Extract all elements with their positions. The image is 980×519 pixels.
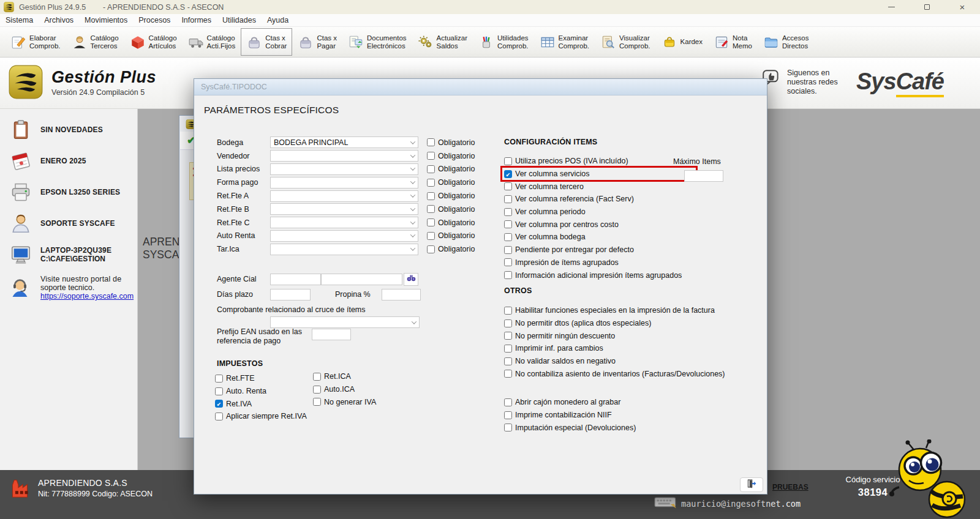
- menu-item[interactable]: Procesos: [133, 16, 176, 24]
- toolbar-button[interactable]: Ctas xCobrar: [241, 28, 292, 56]
- checkbox[interactable]: [504, 319, 512, 327]
- field-dropdown[interactable]: [270, 217, 418, 228]
- prefijo-ean-input[interactable]: [312, 329, 351, 340]
- close-button[interactable]: ×: [944, 0, 980, 14]
- obligatorio-checkbox[interactable]: [427, 165, 435, 173]
- exit-button[interactable]: [740, 477, 763, 492]
- field-dropdown[interactable]: [270, 150, 418, 162]
- obligatorio-checkbox[interactable]: [427, 245, 435, 253]
- support-email[interactable]: mauricio@ingesoftnet.com: [681, 499, 801, 509]
- restore-button[interactable]: [909, 0, 944, 14]
- search-button[interactable]: [404, 273, 418, 286]
- brand-logo-icon: [9, 65, 43, 99]
- toolbar-button[interactable]: DocumentosElectrónicos: [342, 28, 412, 56]
- chevron-down-icon[interactable]: [407, 217, 418, 228]
- checkbox[interactable]: [215, 375, 223, 383]
- checkbox[interactable]: [215, 400, 223, 408]
- field-dropdown[interactable]: [270, 203, 418, 215]
- maximo-items-input[interactable]: [684, 170, 723, 182]
- checkbox[interactable]: [313, 386, 321, 394]
- chevron-down-icon[interactable]: [409, 317, 419, 327]
- toolbar-button[interactable]: Ctas xPagar: [292, 28, 342, 56]
- checkbox[interactable]: [504, 220, 512, 228]
- menu-item[interactable]: Archivos: [39, 16, 79, 24]
- checkbox[interactable]: [504, 332, 512, 340]
- field-dropdown[interactable]: [270, 190, 418, 202]
- checkbox[interactable]: [504, 357, 512, 365]
- checkbox[interactable]: [504, 271, 512, 279]
- checkbox[interactable]: [215, 387, 223, 395]
- window-titlebar[interactable]: Gestión Plus 24.9.5 - APRENDIENDO S.A.S …: [0, 0, 980, 14]
- toolbar-button[interactable]: Kardex: [656, 28, 708, 56]
- toolbar-button[interactable]: CatálogoArtículos: [124, 28, 183, 56]
- support-link[interactable]: https://soporte.syscafe.com: [40, 292, 134, 301]
- checkbox[interactable]: [504, 307, 512, 315]
- chevron-down-icon[interactable]: [407, 191, 418, 201]
- toolbar-button[interactable]: CatálogoTerceros: [66, 28, 124, 56]
- checkbox[interactable]: [313, 373, 321, 381]
- toolbar-button[interactable]: NotaMemo: [708, 28, 758, 56]
- toolbar-button[interactable]: ElaborarComprob.: [5, 28, 66, 56]
- chevron-down-icon[interactable]: [407, 151, 418, 161]
- sidebar-item[interactable]: ENERO 2025: [10, 150, 137, 172]
- menu-item[interactable]: Utilidades: [217, 16, 262, 24]
- toolbar-button[interactable]: AccesosDirectos: [758, 28, 814, 56]
- obligatorio-checkbox[interactable]: [427, 192, 435, 200]
- field-dropdown[interactable]: [270, 244, 418, 255]
- checkbox[interactable]: [504, 182, 512, 190]
- toolbar-button[interactable]: ActualizarSaldos: [412, 28, 473, 56]
- menu-item[interactable]: Movimientos: [79, 16, 133, 24]
- sidebar-item[interactable]: LAPTOP-3P2QU39E C:\CAFE\GESTION: [10, 244, 137, 266]
- checkbox[interactable]: [504, 370, 512, 378]
- chevron-down-icon[interactable]: [407, 164, 418, 174]
- agente-code-input[interactable]: [270, 274, 321, 285]
- obligatorio-checkbox[interactable]: [427, 218, 435, 226]
- menu-item[interactable]: Informes: [176, 16, 217, 24]
- toolbar-button[interactable]: ExaminarComprob.: [534, 28, 595, 56]
- checkbox[interactable]: [504, 170, 512, 178]
- obligatorio-checkbox[interactable]: [427, 205, 435, 213]
- checkbox[interactable]: [504, 157, 512, 165]
- checkbox[interactable]: [504, 398, 512, 406]
- chevron-down-icon[interactable]: [407, 244, 418, 255]
- field-dropdown[interactable]: [270, 230, 418, 242]
- menu-item[interactable]: Sistema: [0, 16, 39, 24]
- obligatorio-checkbox[interactable]: [427, 232, 435, 240]
- sidebar-item[interactable]: Visite nuestro portal de soporte tecnico…: [10, 275, 137, 301]
- headset-icon: [10, 277, 32, 299]
- dialog-titlebar[interactable]: SysCafé.TIPODOC: [194, 79, 767, 95]
- field-dropdown[interactable]: [270, 177, 418, 189]
- checkbox[interactable]: [504, 246, 512, 254]
- field-dropdown[interactable]: BODEGA PRINCIPAL: [270, 136, 418, 148]
- checkbox[interactable]: [504, 208, 512, 216]
- propina-input[interactable]: [382, 289, 421, 301]
- sidebar-item[interactable]: SOPORTE SYSCAFE: [10, 212, 137, 234]
- toolbar-button[interactable]: CatálogoActi.Fijos: [183, 28, 241, 56]
- sidebar-item[interactable]: SIN NOVEDADES: [10, 119, 137, 141]
- checkbox[interactable]: [504, 411, 512, 419]
- obligatorio-checkbox[interactable]: [427, 152, 435, 160]
- chevron-down-icon[interactable]: [407, 177, 418, 188]
- comprobante-dropdown[interactable]: [270, 316, 420, 328]
- toolbar-button[interactable]: VisualizarComprob.: [595, 28, 656, 56]
- sidebar-item[interactable]: EPSON L3250 SERIES: [10, 181, 137, 203]
- checkbox[interactable]: [504, 345, 512, 353]
- toolbar-button[interactable]: UtilidadesComprob.: [473, 28, 534, 56]
- checkbox[interactable]: [504, 424, 512, 431]
- obligatorio-checkbox[interactable]: [427, 179, 435, 187]
- pruebas-link[interactable]: PRUEBAS: [772, 483, 809, 491]
- checkbox[interactable]: [504, 258, 512, 266]
- chevron-down-icon[interactable]: [407, 137, 418, 147]
- field-dropdown[interactable]: [270, 163, 418, 175]
- chevron-down-icon[interactable]: [407, 231, 418, 241]
- minimize-button[interactable]: [873, 0, 909, 14]
- checkbox[interactable]: [215, 413, 223, 420]
- obligatorio-checkbox[interactable]: [427, 138, 435, 146]
- agente-name-input[interactable]: [321, 274, 402, 285]
- menu-item[interactable]: Ayuda: [262, 16, 294, 24]
- checkbox[interactable]: [504, 195, 512, 203]
- checkbox[interactable]: [313, 398, 321, 406]
- dias-plazo-input[interactable]: [270, 289, 311, 301]
- checkbox[interactable]: [504, 233, 512, 241]
- chevron-down-icon[interactable]: [407, 204, 418, 214]
